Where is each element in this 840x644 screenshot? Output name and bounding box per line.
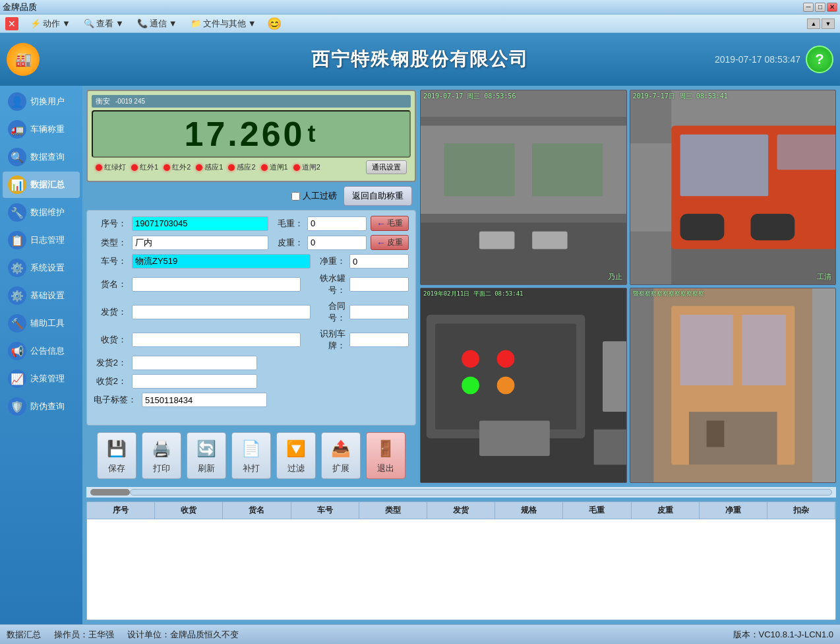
serial-label: 序号：	[94, 218, 127, 230]
ladle-input[interactable]	[349, 277, 409, 292]
chevron-down-icon4: ▼	[248, 18, 256, 28]
scale-header: 衡安 -0019 245	[92, 95, 411, 108]
filter-button[interactable]: 🔽 过滤	[276, 432, 316, 479]
return-self-weigh-button[interactable]: 返回自助称重	[344, 186, 412, 206]
sidebar-label-anti-fake: 防伪查询	[30, 401, 65, 412]
tare-input[interactable]	[307, 236, 367, 250]
type-input[interactable]	[132, 236, 268, 250]
svg-rect-11	[680, 135, 768, 197]
indicator-gate1: 道闸1	[261, 162, 288, 172]
form-row-vehicle: 车号： 净重：	[94, 254, 409, 269]
tare-weight-button[interactable]: ← 皮重	[371, 235, 409, 250]
svg-rect-34	[688, 412, 777, 465]
menu-view[interactable]: 🔍 查看 ▼	[78, 16, 129, 31]
print-label: 打印	[153, 463, 170, 474]
h-scrollbar-thumb[interactable]	[90, 489, 130, 496]
camera-1: 2019-07-17 周三 08:53:56 乃止	[420, 90, 627, 285]
vehicle-input[interactable]	[132, 254, 311, 269]
scroll-down-button[interactable]: ▼	[822, 18, 835, 29]
table-col-净重: 净重	[700, 502, 767, 519]
plate-label: 识别车牌：	[306, 328, 345, 352]
manual-weigh-checkbox[interactable]	[291, 192, 300, 201]
print-button[interactable]: 🖨️ 打印	[142, 432, 181, 479]
sidebar-item-aux-tools[interactable]: 🔨 辅助工具	[3, 310, 80, 337]
smiley-icon: 😊	[267, 16, 282, 31]
svg-rect-12	[777, 135, 835, 170]
contract-field-group: 合同号：	[316, 300, 409, 324]
goods-input[interactable]	[132, 277, 301, 292]
tare-btn-label: 皮重	[387, 237, 403, 248]
serial-input[interactable]	[132, 216, 268, 231]
scroll-up-button[interactable]: ▲	[807, 18, 820, 29]
form-row-serial: 序号： 毛重： ← 毛重	[94, 216, 409, 231]
gross-input[interactable]	[307, 216, 367, 231]
sidebar-item-sys-settings[interactable]: ⚙️ 系统设置	[3, 255, 80, 281]
refresh-icon: 🔄	[195, 437, 218, 461]
svg-rect-35	[706, 420, 724, 447]
vehicle-label: 车号：	[94, 255, 127, 267]
gross-weight-button[interactable]: ← 毛重	[371, 216, 409, 231]
sidebar-item-base-settings[interactable]: ⚙️ 基础设置	[3, 282, 80, 309]
exit-button[interactable]: 🚪 退出	[366, 432, 405, 479]
tare-field-group: 皮重： ← 皮重	[274, 235, 409, 250]
form-row-sender: 发货： 合同号：	[94, 300, 409, 324]
h-scrollbar-track[interactable]	[130, 489, 832, 496]
minimize-button[interactable]: ─	[803, 3, 814, 12]
net-input[interactable]	[349, 254, 409, 269]
indicator-gate2: 道闸2	[293, 162, 320, 172]
refresh-button[interactable]: 🔄 刷新	[187, 432, 226, 479]
expand-label: 扩展	[332, 463, 349, 474]
close-button[interactable]: ✕	[827, 3, 837, 12]
scale-brand: 衡安	[96, 96, 110, 106]
menu-comm[interactable]: 📞 通信 ▼	[132, 16, 183, 31]
goods-label: 货名：	[94, 278, 127, 290]
svg-rect-7	[532, 232, 567, 249]
expand-button[interactable]: 📤 扩展	[321, 432, 361, 479]
help-button[interactable]: ?	[806, 46, 833, 73]
plate-input[interactable]	[349, 333, 409, 347]
form-row-receiver2: 收货2：	[94, 374, 409, 389]
sidebar-item-data-summary[interactable]: 📊 数据汇总	[3, 172, 80, 198]
table-header: 序号收货货名车号类型发货规格毛重皮重净重扣杂	[87, 502, 835, 519]
receiver2-input[interactable]	[132, 374, 257, 389]
sender-input[interactable]	[132, 305, 311, 319]
manual-weigh-checkbox-label[interactable]: 人工过磅	[291, 190, 337, 202]
main-area: 👤 切换用户 🚛 车辆称重 🔍 数据查询 📊 数据汇总 🔧 数据维护 📋 日志管…	[0, 86, 840, 624]
sidebar-item-notice-info[interactable]: 📢 公告信息	[3, 338, 80, 364]
elabel-input[interactable]	[142, 393, 267, 407]
status-bar: 数据汇总 操作员：王华强 设计单位：金牌品质恒久不变 版本：VC10.8.1-J…	[0, 624, 840, 644]
save-icon: 💾	[105, 437, 129, 461]
receiver-input[interactable]	[132, 333, 301, 347]
action-buttons-row: 💾 保存 🖨️ 打印 🔄 刷新 📄 补打 🔽 过滤 📤 扩展 🚪 退出	[86, 428, 416, 483]
svg-rect-1	[421, 214, 626, 284]
svg-rect-14	[750, 214, 795, 240]
table-col-车号: 车号	[291, 502, 359, 519]
comm-settings-button[interactable]: 通讯设置	[366, 160, 407, 174]
datetime-display: 2019-07-17 08:53:47	[715, 54, 800, 65]
sidebar-item-decision-mgmt[interactable]: 📈 决策管理	[3, 366, 80, 392]
maximize-button[interactable]: □	[815, 3, 825, 12]
exit-label: 退出	[377, 463, 394, 474]
sidebar-label-base-settings: 基础设置	[30, 290, 65, 302]
sidebar-item-anti-fake[interactable]: 🛡️ 防伪查询	[3, 393, 80, 420]
form-row-receiver: 收货： 识别车牌：	[94, 328, 409, 352]
net-field-group: 净重：	[316, 254, 409, 269]
menu-file[interactable]: 📁 文件与其他 ▼	[185, 16, 262, 31]
contract-input[interactable]	[349, 305, 409, 319]
table-col-规格: 规格	[495, 502, 563, 519]
filter-label: 过滤	[287, 463, 305, 474]
sender2-input[interactable]	[132, 356, 257, 370]
sidebar-item-switch-user[interactable]: 👤 切换用户	[3, 88, 80, 115]
supplement-button[interactable]: 📄 补打	[231, 432, 271, 479]
sidebar-icon-data-summary: 📊	[8, 176, 26, 194]
sidebar-item-vehicle-weigh[interactable]: 🚛 车辆称重	[3, 116, 80, 143]
sidebar-item-log-manage[interactable]: 📋 日志管理	[3, 227, 80, 253]
sidebar-item-data-query[interactable]: 🔍 数据查询	[3, 144, 80, 170]
menu-close-button[interactable]: ✕	[5, 17, 18, 30]
table-col-货名: 货名	[223, 502, 291, 519]
svg-rect-13	[680, 214, 724, 240]
save-button[interactable]: 💾 保存	[97, 432, 136, 479]
content-area: 衡安 -0019 245 17.260 t 红绿灯 红外1 红外2 感应1 感应…	[82, 86, 840, 624]
menu-action[interactable]: ⚡ 动作 ▼	[25, 16, 76, 31]
sidebar-item-data-maintain[interactable]: 🔧 数据维护	[3, 199, 80, 226]
